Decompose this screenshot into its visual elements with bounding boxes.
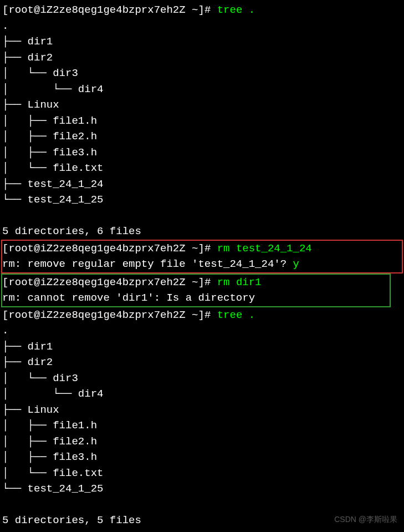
tree-line: │ └── dir4 — [2, 386, 402, 402]
prompt-line[interactable]: [root@iZ2ze8qeg1ge4bzprx7eh2Z ~]# rm dir… — [2, 275, 390, 291]
tree-line: ├── dir2 — [2, 354, 402, 371]
tree-root: . — [2, 18, 402, 34]
prompt-line[interactable]: [root@iZ2ze8qeg1ge4bzprx7eh2Z ~]# tree . — [2, 2, 402, 18]
blank-line — [2, 208, 402, 224]
tree-line: │ └── file.txt — [2, 465, 402, 482]
tree-line: └── test_24_1_25 — [2, 481, 402, 497]
watermark: CSDN @李斯啦果 — [334, 514, 397, 525]
tree-line: ├── Linux — [2, 402, 402, 418]
rm-prompt[interactable]: rm: remove regular empty file 'test_24_1… — [2, 256, 402, 272]
command-text: rm test_24_1_24 — [217, 242, 312, 255]
tree-line: │ ├── file2.h — [2, 129, 402, 145]
tree-summary: 5 directories, 6 files — [2, 224, 402, 240]
command-text: tree . — [217, 4, 255, 16]
tree-root: . — [2, 323, 402, 339]
prompt-line[interactable]: [root@iZ2ze8qeg1ge4bzprx7eh2Z ~]# rm tes… — [2, 241, 402, 257]
tree-line: ├── Linux — [2, 97, 402, 113]
tree-line: │ └── dir3 — [2, 65, 402, 82]
tree-line: │ └── dir4 — [2, 82, 402, 98]
rm-error: rm: cannot remove 'dir1': Is a directory — [2, 290, 390, 306]
rm-answer: y — [293, 258, 299, 270]
tree-line: ├── dir2 — [2, 50, 402, 66]
blank-line — [2, 497, 402, 513]
tree-line: ├── dir1 — [2, 339, 402, 355]
command-text: rm dir1 — [217, 276, 262, 288]
tree-line: │ ├── file3.h — [2, 145, 402, 161]
tree-line: ├── test_24_1_24 — [2, 176, 402, 192]
tree-line: │ ├── file1.h — [2, 113, 402, 129]
tree-line: │ └── file.txt — [2, 160, 402, 176]
highlight-box-green: [root@iZ2ze8qeg1ge4bzprx7eh2Z ~]# rm dir… — [1, 273, 391, 307]
tree-line: │ ├── file3.h — [2, 449, 402, 465]
tree-line: └── test_24_1_25 — [2, 192, 402, 208]
tree-line: │ └── dir3 — [2, 371, 402, 387]
tree-line: │ ├── file2.h — [2, 434, 402, 450]
tree-line: │ ├── file1.h — [2, 418, 402, 434]
tree-line: ├── dir1 — [2, 34, 402, 50]
prompt-line[interactable]: [root@iZ2ze8qeg1ge4bzprx7eh2Z ~]# tree . — [2, 307, 402, 323]
terminal-output: [root@iZ2ze8qeg1ge4bzprx7eh2Z ~]# tree .… — [2, 2, 402, 529]
highlight-box-red: [root@iZ2ze8qeg1ge4bzprx7eh2Z ~]# rm tes… — [1, 240, 403, 273]
command-text: tree . — [217, 309, 255, 321]
